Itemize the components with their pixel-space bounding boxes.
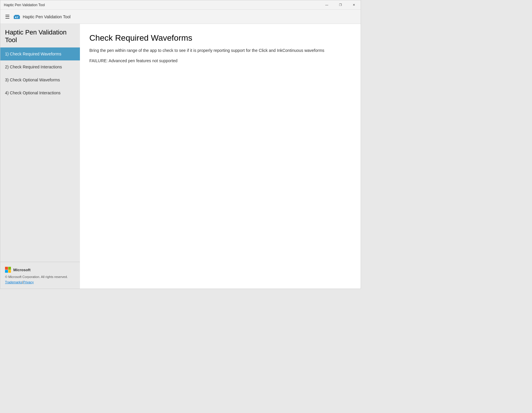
privacy-link[interactable]: Privacy bbox=[23, 280, 34, 284]
ms-logo-blue bbox=[5, 270, 8, 273]
content-area: Check Required Waveforms Bring the pen w… bbox=[80, 24, 361, 289]
nav-item-label: 2) Check Required Interactions bbox=[5, 65, 62, 69]
ms-logo-yellow bbox=[8, 270, 11, 273]
maximize-icon: ❐ bbox=[339, 4, 342, 6]
nav-item-label: 3) Check Optional Waveforms bbox=[5, 78, 60, 82]
ms-logo-green bbox=[8, 267, 11, 270]
ms-logo-red bbox=[5, 267, 8, 270]
microsoft-label: Microsoft bbox=[13, 268, 31, 272]
hamburger-menu-icon[interactable]: ☰ bbox=[5, 14, 10, 20]
microsoft-logo-grid bbox=[5, 267, 11, 273]
microsoft-logo: Microsoft bbox=[5, 267, 75, 273]
minimize-button[interactable]: — bbox=[320, 0, 334, 10]
trademarks-link[interactable]: Trademarks bbox=[5, 280, 22, 284]
app-header-title: Haptic Pen Validation Tool bbox=[23, 14, 70, 19]
nav-item-check-required-interactions[interactable]: 2) Check Required Interactions bbox=[0, 60, 80, 73]
copyright-text: © Microsoft Corporation. All rights rese… bbox=[5, 275, 75, 279]
sidebar: Haptic Pen Validation Tool 1) Check Requ… bbox=[0, 24, 80, 289]
svg-rect-2 bbox=[15, 17, 16, 18]
maximize-button[interactable]: ❐ bbox=[334, 0, 347, 10]
svg-rect-0 bbox=[14, 16, 20, 19]
close-icon: ✕ bbox=[353, 4, 355, 6]
svg-rect-3 bbox=[17, 17, 18, 17]
titlebar-title: Haptic Pen Validation Tool bbox=[4, 3, 45, 7]
nav-items: 1) Check Required Waveforms 2) Check Req… bbox=[0, 47, 80, 262]
sidebar-footer: Microsoft © Microsoft Corporation. All r… bbox=[0, 262, 80, 289]
svg-rect-1 bbox=[15, 15, 19, 16]
nav-item-check-optional-interactions[interactable]: 4) Check Optional Interactions bbox=[0, 86, 80, 99]
minimize-icon: — bbox=[325, 4, 328, 6]
app-header: ☰ Haptic Pen Validation Tool bbox=[0, 10, 361, 24]
content-description: Bring the pen within range of the app to… bbox=[89, 47, 351, 54]
footer-links: Trademarks|Privacy bbox=[5, 280, 75, 284]
nav-item-check-optional-waveforms[interactable]: 3) Check Optional Waveforms bbox=[0, 73, 80, 86]
titlebar: Haptic Pen Validation Tool — ❐ ✕ bbox=[0, 0, 361, 10]
content-status: FAILURE: Advanced pen features not suppo… bbox=[89, 58, 351, 63]
titlebar-controls: — ❐ ✕ bbox=[320, 0, 361, 9]
svg-rect-4 bbox=[17, 17, 18, 18]
nav-item-label: 1) Check Required Waveforms bbox=[5, 52, 61, 56]
nav-item-check-required-waveforms[interactable]: 1) Check Required Waveforms bbox=[0, 47, 80, 60]
sidebar-app-title: Haptic Pen Validation Tool bbox=[0, 24, 80, 47]
nav-item-label: 4) Check Optional Interactions bbox=[5, 91, 60, 95]
close-button[interactable]: ✕ bbox=[347, 0, 361, 10]
main-layout: Haptic Pen Validation Tool 1) Check Requ… bbox=[0, 24, 361, 289]
content-title: Check Required Waveforms bbox=[89, 33, 351, 43]
app-logo-icon bbox=[13, 14, 20, 19]
